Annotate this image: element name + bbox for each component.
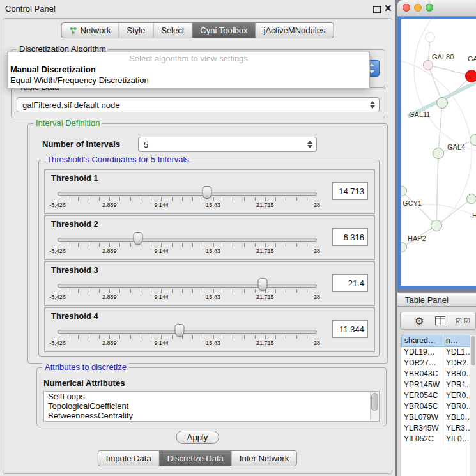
network-window-titlebar[interactable] (397, 0, 476, 17)
table-cell[interactable]: YBL0… (443, 412, 470, 423)
table-cell[interactable]: YPR1… (443, 380, 470, 390)
tab-style[interactable]: Style (118, 23, 153, 38)
table-cell[interactable]: YDL1… (443, 347, 470, 358)
gear-icon[interactable]: ⚙ (415, 315, 424, 327)
threshold-value-field[interactable]: 6.316 (332, 228, 368, 246)
select-all-icon[interactable]: ☑ (464, 317, 470, 325)
table-data-combobox[interactable]: galFiltered.sif default node (17, 97, 380, 112)
slider-scale: -3.426 2.859 9.144 15.43 21.715 28 (58, 202, 317, 209)
number-of-intervals-combobox[interactable]: 5 (138, 137, 317, 152)
tab-select[interactable]: Select (153, 23, 192, 38)
dropdown-option-equal-width[interactable]: Equal Width/Frequency Discretization (8, 75, 369, 86)
table-cell[interactable]: YBL079W (401, 412, 443, 423)
table-row[interactable]: YBR045C YBR0… (401, 401, 470, 412)
table-row[interactable]: YIL052C YIL0… (401, 434, 470, 445)
table-cell[interactable]: YBR0… (443, 369, 470, 380)
column-header-shared-name[interactable]: shared… (401, 335, 443, 347)
table-cell[interactable]: YLR345W (401, 423, 443, 434)
tab-network[interactable]: Network (62, 23, 119, 38)
network-node-label: GCY1 (403, 199, 422, 207)
list-scrollbar[interactable] (370, 392, 379, 421)
zoom-button[interactable] (426, 4, 433, 12)
tab-discretize-data[interactable]: Discretize Data (159, 451, 231, 466)
table-data-group: Table Data galFiltered.sif default node (11, 88, 385, 118)
slider-track[interactable] (58, 238, 317, 242)
table-cell[interactable]: YER054C (401, 390, 443, 401)
table-cell[interactable]: YBR043C (401, 369, 443, 380)
table-cell[interactable]: YBR045C (401, 401, 443, 412)
tab-label: Style (127, 26, 145, 35)
minimize-button[interactable] (414, 4, 422, 12)
close-button[interactable] (403, 4, 410, 12)
table-row[interactable]: YER054C YER0… (401, 390, 470, 401)
network-node[interactable] (466, 194, 476, 204)
column-header-name[interactable]: n… (443, 335, 470, 347)
tab-infer-network[interactable]: Infer Network (231, 451, 296, 466)
network-node[interactable] (425, 32, 435, 42)
tab-label: jActiveMNodules (264, 26, 326, 35)
float-window-icon[interactable] (373, 6, 381, 13)
window-title: Control Panel (5, 4, 56, 13)
interval-definition-group: Interval Definition Number of Intervals … (27, 123, 388, 364)
table-row[interactable]: YPR145W YPR1… (401, 380, 470, 390)
table-cell[interactable]: YBR0… (443, 401, 470, 412)
close-icon[interactable]: ✕ (384, 3, 392, 14)
table-cell[interactable]: YDR2… (443, 358, 470, 369)
combo-stepper-icon[interactable] (307, 141, 312, 148)
table-cell[interactable]: YER0… (443, 390, 470, 401)
threshold-value-field[interactable]: 14.713 (332, 182, 368, 200)
slider-track[interactable] (58, 284, 317, 288)
slider-thumb[interactable] (257, 278, 267, 291)
network-canvas[interactable]: GAL80GAGAL11GAL4GCY1HAP2H (401, 19, 476, 286)
tab-jactivemnodules[interactable]: jActiveMNodules (256, 23, 334, 38)
table-cell[interactable]: YDR27… (401, 358, 443, 369)
table-cell[interactable]: YLR3… (443, 423, 470, 434)
threshold-label: Threshold 2 (51, 219, 98, 229)
network-node[interactable] (423, 60, 433, 70)
threshold-value-field[interactable]: 11.344 (332, 320, 368, 338)
table-row[interactable]: YDL19… YDL1… (401, 347, 470, 358)
attribute-list-item[interactable]: TopologicalCoefficient (44, 401, 379, 411)
slider-track[interactable] (58, 192, 317, 196)
table-row[interactable]: YDR27… YDR2… (401, 358, 470, 369)
tab-label: Network (81, 26, 111, 35)
table-cell[interactable]: YIL0… (443, 434, 470, 445)
network-node[interactable] (433, 148, 444, 159)
table-row[interactable]: YLR345W YLR3… (401, 423, 470, 434)
threshold-slider[interactable]: -3.426 2.859 9.144 15.43 21.715 28 (51, 322, 323, 351)
tab-cyni-toolbox[interactable]: Cyni Toolbox (192, 23, 255, 38)
slider-track[interactable] (58, 330, 317, 334)
algorithm-dropdown-popup: Select algorithm to view settings Manual… (7, 52, 370, 88)
slider-thumb[interactable] (203, 186, 212, 199)
apply-button[interactable]: Apply (176, 431, 219, 444)
attribute-list-item[interactable]: BetweennessCentrality (44, 411, 379, 420)
threshold-value-field[interactable]: 21.4 (332, 274, 368, 292)
threshold-panel-3: Threshold 3 -3.426 2.859 9.144 15.43 (44, 261, 375, 306)
network-node[interactable] (431, 220, 442, 231)
table-cell[interactable]: YIL052C (401, 434, 443, 445)
columns-icon[interactable] (435, 316, 445, 325)
threshold-slider[interactable]: -3.426 2.859 9.144 15.43 21.715 28 (51, 184, 323, 213)
network-node-label: GA (468, 55, 476, 63)
combo-value: galFiltered.sif default node (22, 98, 119, 112)
table-cell[interactable]: YPR145W (401, 380, 443, 390)
threshold-slider[interactable]: -3.426 2.859 9.144 15.43 21.715 28 (51, 230, 323, 259)
dropdown-option-manual-discretization[interactable]: Manual Discretization (8, 64, 369, 75)
tab-label: Cyni Toolbox (200, 26, 247, 35)
attributes-list: SelfLoopsTopologicalCoefficientBetweenne… (43, 391, 380, 422)
table-row[interactable]: YBR043C YBR0… (401, 369, 470, 380)
table-scrollbar[interactable] (470, 335, 476, 476)
table-panel-header[interactable]: Table Panel (397, 292, 476, 307)
table-row[interactable]: YBL079W YBL0… (401, 412, 470, 423)
attribute-list-item[interactable]: SelfLoops (44, 392, 379, 401)
slider-thumb[interactable] (133, 232, 142, 245)
network-node[interactable] (465, 70, 476, 82)
tab-impute-data[interactable]: Impute Data (98, 451, 159, 466)
combo-stepper-icon[interactable] (370, 101, 375, 109)
select-rows-icon[interactable]: ☑ (456, 317, 462, 325)
network-node[interactable] (436, 97, 448, 109)
threshold-slider[interactable]: -3.426 2.859 9.144 15.43 21.715 28 (51, 276, 323, 305)
table-cell[interactable]: YDL19… (401, 347, 443, 358)
slider-thumb[interactable] (174, 324, 184, 337)
tab-label: Select (161, 26, 184, 35)
